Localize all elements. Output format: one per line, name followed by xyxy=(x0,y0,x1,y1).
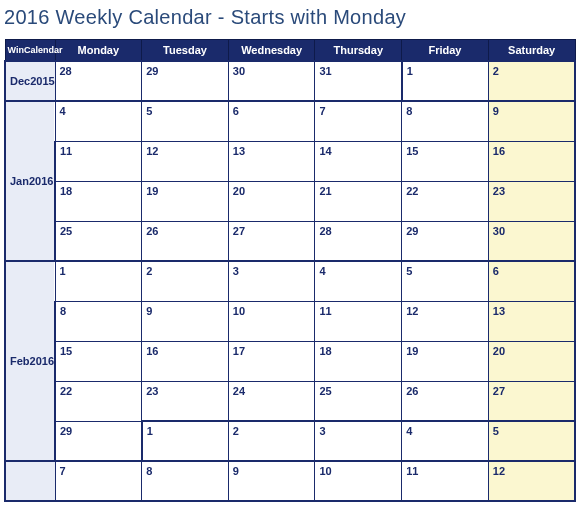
week-row: Dec2015 28 29 30 31 1 2 xyxy=(5,61,575,101)
day-cell: 29 xyxy=(142,61,229,101)
day-cell: 10 xyxy=(228,301,315,341)
day-cell: 26 xyxy=(142,221,229,261)
day-cell: 23 xyxy=(488,181,575,221)
day-cell: 20 xyxy=(228,181,315,221)
day-cell: 24 xyxy=(228,381,315,421)
day-cell: 8 xyxy=(402,101,489,141)
day-cell: 28 xyxy=(315,221,402,261)
day-cell: 12 xyxy=(402,301,489,341)
month-label-dec2015: Dec2015 xyxy=(5,61,55,101)
week-row: 18 19 20 21 22 23 xyxy=(5,181,575,221)
day-cell: 5 xyxy=(142,101,229,141)
day-cell: 30 xyxy=(488,221,575,261)
day-cell: 20 xyxy=(488,341,575,381)
day-cell: 4 xyxy=(315,261,402,301)
day-cell: 18 xyxy=(55,181,142,221)
week-row: 29 1 2 3 4 5 xyxy=(5,421,575,461)
day-cell: 5 xyxy=(488,421,575,461)
day-cell: 17 xyxy=(228,341,315,381)
day-cell: 27 xyxy=(488,381,575,421)
week-row: 22 23 24 25 26 27 xyxy=(5,381,575,421)
day-cell: 6 xyxy=(488,261,575,301)
day-cell: 8 xyxy=(55,301,142,341)
day-cell: 11 xyxy=(402,461,489,501)
calendar-container: WinCalendar Monday Tuesday Wednesday Thu… xyxy=(0,39,580,502)
calendar-table: WinCalendar Monday Tuesday Wednesday Thu… xyxy=(4,39,576,502)
day-cell: 22 xyxy=(402,181,489,221)
month-label-jan2016: Jan2016 xyxy=(5,101,55,261)
day-cell: 11 xyxy=(55,141,142,181)
day-cell: 5 xyxy=(402,261,489,301)
day-cell: 7 xyxy=(55,461,142,501)
day-cell: 26 xyxy=(402,381,489,421)
day-cell: 31 xyxy=(315,61,402,101)
day-header-thu: Thursday xyxy=(315,40,402,62)
day-cell: 21 xyxy=(315,181,402,221)
day-cell: 16 xyxy=(142,341,229,381)
week-row: Feb2016 1 2 3 4 5 6 xyxy=(5,261,575,301)
day-header-tue: Tuesday xyxy=(142,40,229,62)
corner-label: WinCalendar xyxy=(5,40,55,62)
week-row: Jan2016 4 5 6 7 8 9 xyxy=(5,101,575,141)
week-row: 25 26 27 28 29 30 xyxy=(5,221,575,261)
day-cell: 6 xyxy=(228,101,315,141)
day-cell: 9 xyxy=(142,301,229,341)
month-label-feb2016: Feb2016 xyxy=(5,261,55,461)
day-cell: 27 xyxy=(228,221,315,261)
day-cell: 23 xyxy=(142,381,229,421)
day-cell: 3 xyxy=(315,421,402,461)
day-cell: 22 xyxy=(55,381,142,421)
week-row: 7 8 9 10 11 12 xyxy=(5,461,575,501)
page-title: 2016 Weekly Calendar - Starts with Monda… xyxy=(0,0,580,39)
day-cell: 7 xyxy=(315,101,402,141)
day-cell: 14 xyxy=(315,141,402,181)
day-cell: 16 xyxy=(488,141,575,181)
day-cell: 4 xyxy=(55,101,142,141)
day-header-sat: Saturday xyxy=(488,40,575,62)
day-cell: 1 xyxy=(142,421,229,461)
day-cell: 9 xyxy=(488,101,575,141)
day-cell: 8 xyxy=(142,461,229,501)
week-row: 11 12 13 14 15 16 xyxy=(5,141,575,181)
day-header-fri: Friday xyxy=(402,40,489,62)
header-row: WinCalendar Monday Tuesday Wednesday Thu… xyxy=(5,40,575,62)
day-cell: 2 xyxy=(228,421,315,461)
day-cell: 19 xyxy=(142,181,229,221)
week-row: 15 16 17 18 19 20 xyxy=(5,341,575,381)
day-cell: 11 xyxy=(315,301,402,341)
day-cell: 15 xyxy=(55,341,142,381)
day-cell: 29 xyxy=(402,221,489,261)
day-cell: 9 xyxy=(228,461,315,501)
day-cell: 19 xyxy=(402,341,489,381)
day-cell: 25 xyxy=(55,221,142,261)
day-cell: 12 xyxy=(142,141,229,181)
day-cell: 30 xyxy=(228,61,315,101)
day-cell: 10 xyxy=(315,461,402,501)
month-label-blank xyxy=(5,461,55,501)
day-cell: 1 xyxy=(402,61,489,101)
day-cell: 2 xyxy=(488,61,575,101)
day-header-mon: Monday xyxy=(55,40,142,62)
day-header-wed: Wednesday xyxy=(228,40,315,62)
day-cell: 18 xyxy=(315,341,402,381)
day-cell: 2 xyxy=(142,261,229,301)
day-cell: 1 xyxy=(55,261,142,301)
day-cell: 15 xyxy=(402,141,489,181)
day-cell: 3 xyxy=(228,261,315,301)
week-row: 8 9 10 11 12 13 xyxy=(5,301,575,341)
day-cell: 29 xyxy=(55,421,142,461)
day-cell: 12 xyxy=(488,461,575,501)
day-cell: 13 xyxy=(228,141,315,181)
day-cell: 4 xyxy=(402,421,489,461)
day-cell: 13 xyxy=(488,301,575,341)
day-cell: 28 xyxy=(55,61,142,101)
day-cell: 25 xyxy=(315,381,402,421)
